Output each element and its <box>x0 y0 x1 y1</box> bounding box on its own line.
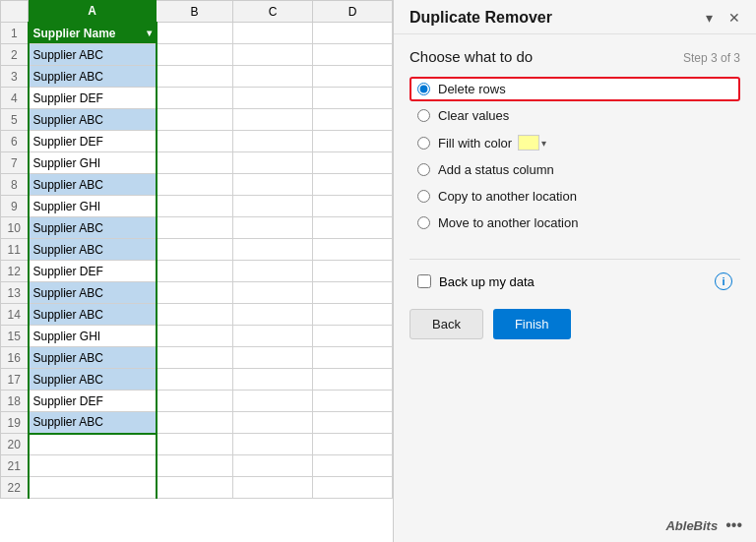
panel-dropdown-btn[interactable]: ▾ <box>702 8 717 28</box>
cell-c <box>232 174 312 196</box>
duplicate-remover-panel: Duplicate Remover ▾ ✕ Choose what to do … <box>394 0 756 542</box>
row-number: 4 <box>1 88 29 109</box>
cell-c <box>232 477 312 499</box>
cell-c <box>232 434 312 455</box>
table-row: 22 <box>1 477 393 499</box>
cell-b <box>157 455 233 477</box>
cell-d <box>312 44 392 66</box>
panel-footer: AbleBits ••• <box>394 509 756 542</box>
cell-b <box>157 412 233 434</box>
row-number: 2 <box>1 44 29 66</box>
table-row: 6Supplier DEF <box>1 131 393 152</box>
cell-a: Supplier ABC <box>29 304 157 326</box>
row-number: 10 <box>1 217 29 239</box>
cell-c <box>232 217 312 239</box>
backup-label: Back up my data <box>439 274 535 289</box>
ablebits-brand: AbleBits <box>665 518 718 533</box>
step-label: Step 3 of 3 <box>683 51 740 65</box>
option-label-fill-with-color: Fill with color <box>438 136 512 151</box>
color-swatch-dropdown-btn[interactable]: ▾ <box>539 138 548 149</box>
radio-move-to-another-location[interactable] <box>417 216 430 229</box>
cell-b <box>157 196 233 217</box>
panel-titlebar: Duplicate Remover ▾ ✕ <box>394 0 756 34</box>
option-add-status-column[interactable]: Add a status column <box>410 157 740 182</box>
cell-d <box>312 174 392 196</box>
cell-b <box>157 434 233 455</box>
table-row: 20 <box>1 434 393 455</box>
button-row: Back Finish <box>410 309 740 339</box>
cell-a: Supplier GHI <box>29 196 157 217</box>
option-delete-rows[interactable]: Delete rows <box>410 77 740 101</box>
option-clear-values[interactable]: Clear values <box>410 103 740 128</box>
cell-a: Supplier ABC <box>29 347 157 369</box>
backup-checkbox[interactable] <box>417 274 431 288</box>
col-a-header[interactable]: A <box>29 1 157 23</box>
options-list: Delete rows Clear values Fill with color… <box>410 77 740 235</box>
table-row: 14Supplier ABC <box>1 304 393 326</box>
cell-d <box>312 261 392 282</box>
option-move-to-another-location[interactable]: Move to another location <box>410 211 740 235</box>
cell-b <box>157 239 233 261</box>
back-button[interactable]: Back <box>410 309 483 339</box>
option-label-copy-to-another-location: Copy to another location <box>438 189 577 204</box>
table-row: 10Supplier ABC <box>1 217 393 239</box>
cell-c <box>232 109 312 131</box>
cell-c <box>232 326 312 347</box>
cell-d <box>312 282 392 304</box>
section-header: Choose what to do Step 3 of 3 <box>410 48 740 65</box>
cell-a: Supplier ABC <box>29 44 157 66</box>
row-number: 18 <box>1 391 29 412</box>
cell-d <box>312 304 392 326</box>
row-num-header <box>1 1 29 23</box>
row-number: 17 <box>1 369 29 391</box>
cell-d <box>312 434 392 455</box>
cell-b <box>157 391 233 412</box>
row-number: 16 <box>1 347 29 369</box>
radio-clear-values[interactable] <box>417 109 430 122</box>
row-number: 7 <box>1 152 29 174</box>
finish-button[interactable]: Finish <box>493 309 571 339</box>
table-row: 13Supplier ABC <box>1 282 393 304</box>
cell-c <box>232 412 312 434</box>
cell-a: Supplier GHI <box>29 152 157 174</box>
radio-copy-to-another-location[interactable] <box>417 190 430 203</box>
panel-close-btn[interactable]: ✕ <box>724 8 744 28</box>
cell-d <box>312 217 392 239</box>
cell-d <box>312 326 392 347</box>
cell-b <box>157 282 233 304</box>
col-d-header: D <box>312 1 392 23</box>
sheet-table: A B C D 1 Supplier Name ▾ <box>0 0 393 499</box>
cell-c <box>232 304 312 326</box>
table-row: 8Supplier ABC <box>1 174 393 196</box>
color-swatch[interactable] <box>518 135 539 151</box>
radio-fill-with-color[interactable] <box>417 137 430 150</box>
cell-a <box>29 455 157 477</box>
row-number: 3 <box>1 66 29 88</box>
cell-a: Supplier ABC <box>29 239 157 261</box>
cell-c <box>232 131 312 152</box>
backup-row: Back up my data i <box>410 268 740 295</box>
more-options-button[interactable]: ••• <box>725 516 742 534</box>
radio-delete-rows[interactable] <box>417 83 430 95</box>
row-number: 11 <box>1 239 29 261</box>
cell-b <box>157 23 233 44</box>
radio-add-status-column[interactable] <box>417 163 430 176</box>
info-icon[interactable]: i <box>715 272 732 290</box>
panel-controls: ▾ ✕ <box>702 8 744 28</box>
option-label-move-to-another-location: Move to another location <box>438 215 578 230</box>
row-number: 14 <box>1 304 29 326</box>
option-fill-with-color[interactable]: Fill with color ▾ <box>410 130 740 155</box>
table-row: 18Supplier DEF <box>1 391 393 412</box>
cell-c <box>232 88 312 109</box>
col-c-header: C <box>232 1 312 23</box>
table-row: 9Supplier GHI <box>1 196 393 217</box>
col-b-header: B <box>157 1 233 23</box>
row-number: 20 <box>1 434 29 455</box>
cell-a: Supplier DEF <box>29 88 157 109</box>
filter-dropdown-icon[interactable]: ▾ <box>147 28 152 38</box>
row-number: 22 <box>1 477 29 499</box>
option-copy-to-another-location[interactable]: Copy to another location <box>410 184 740 209</box>
option-label-add-status-column: Add a status column <box>438 162 554 177</box>
cell-c <box>232 369 312 391</box>
cell-a <box>29 434 157 455</box>
